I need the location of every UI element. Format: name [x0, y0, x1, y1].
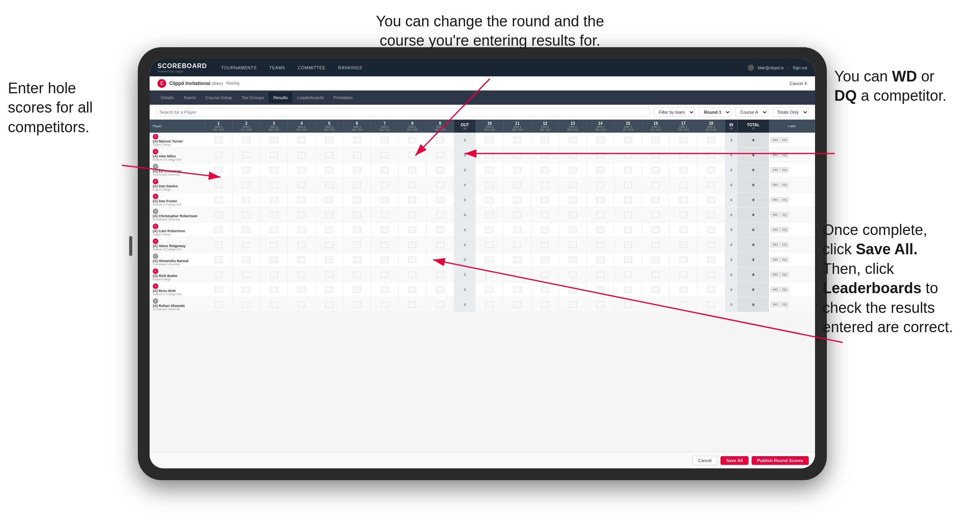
score-cell-h5-p10[interactable] — [315, 282, 343, 297]
score-input[interactable] — [325, 272, 333, 278]
score-cell-h11-p1[interactable] — [504, 148, 531, 163]
score-input[interactable] — [597, 197, 604, 203]
score-cell-h18-p2[interactable] — [697, 163, 725, 178]
score-input[interactable] — [513, 152, 521, 158]
score-input[interactable] — [680, 152, 687, 158]
score-input[interactable] — [408, 287, 416, 293]
score-input[interactable] — [624, 257, 632, 263]
score-input[interactable] — [242, 301, 250, 308]
score-input[interactable] — [408, 242, 416, 248]
score-cell-h1-p0[interactable] — [205, 133, 232, 148]
score-input[interactable] — [707, 197, 715, 203]
score-input[interactable] — [597, 152, 604, 158]
score-input[interactable] — [381, 287, 389, 293]
score-input[interactable] — [298, 137, 306, 143]
score-input[interactable] — [597, 137, 604, 143]
score-cell-h17-p10[interactable] — [670, 282, 697, 297]
score-cell-h15-p7[interactable] — [614, 237, 642, 252]
score-cell-h6-p5[interactable] — [343, 207, 371, 222]
score-cell-h4-p8[interactable] — [288, 252, 315, 267]
wd-button[interactable]: WD — [771, 167, 780, 172]
cancel-footer-button[interactable]: Cancel — [692, 456, 717, 465]
score-cell-h13-p9[interactable] — [559, 267, 586, 282]
score-input[interactable] — [513, 182, 521, 188]
score-cell-h16-p2[interactable] — [642, 163, 669, 178]
score-cell-h13-p7[interactable] — [559, 237, 586, 252]
score-input[interactable] — [436, 152, 444, 158]
wd-button[interactable]: WD — [771, 197, 780, 202]
score-cell-h16-p8[interactable] — [642, 252, 669, 267]
score-cell-h16-p10[interactable] — [642, 282, 669, 297]
score-cell-h7-p1[interactable] — [371, 148, 398, 163]
score-cell-h3-p3[interactable] — [260, 178, 288, 192]
score-cell-h17-p0[interactable] — [670, 133, 697, 148]
score-input[interactable] — [541, 242, 549, 248]
score-cell-h15-p1[interactable] — [614, 148, 642, 163]
course-select[interactable]: Course A — [735, 107, 768, 117]
score-cell-h1-p1[interactable] — [205, 148, 232, 163]
score-cell-h9-p10[interactable] — [426, 282, 454, 297]
score-cell-h14-p7[interactable] — [587, 237, 614, 252]
score-input[interactable] — [381, 167, 389, 173]
score-cell-h11-p4[interactable] — [504, 192, 531, 207]
score-input[interactable] — [325, 197, 333, 203]
wd-button[interactable]: WD — [771, 182, 780, 187]
score-cell-h6-p7[interactable] — [343, 237, 371, 252]
score-input[interactable] — [513, 227, 521, 233]
score-input[interactable] — [381, 182, 389, 188]
score-input[interactable] — [242, 227, 250, 233]
score-cell-h9-p7[interactable] — [426, 237, 454, 252]
score-input[interactable] — [680, 242, 687, 248]
score-cell-h18-p3[interactable] — [697, 178, 725, 192]
score-input[interactable] — [436, 197, 444, 203]
score-cell-h17-p3[interactable] — [670, 178, 697, 192]
score-cell-h16-p6[interactable] — [642, 222, 669, 237]
score-cell-h3-p6[interactable] — [260, 222, 288, 237]
score-input[interactable] — [215, 287, 222, 293]
score-input[interactable] — [485, 182, 493, 188]
score-cell-h17-p7[interactable] — [670, 237, 697, 252]
score-input[interactable] — [215, 137, 222, 143]
score-input[interactable] — [597, 167, 604, 173]
score-cell-h13-p8[interactable] — [559, 252, 586, 267]
score-input[interactable] — [298, 212, 306, 218]
score-cell-h16-p1[interactable] — [642, 148, 669, 163]
score-cell-h2-p6[interactable] — [232, 222, 260, 237]
score-cell-h12-p11[interactable] — [531, 297, 559, 312]
tab-details[interactable]: Details — [156, 92, 179, 103]
score-input[interactable] — [597, 287, 604, 293]
score-cell-h14-p3[interactable] — [587, 178, 614, 192]
round-select[interactable]: Round 1 — [699, 107, 731, 117]
score-cell-h17-p11[interactable] — [670, 297, 697, 312]
score-cell-h10-p9[interactable] — [476, 267, 503, 282]
totals-only-select[interactable]: Totals Only — [772, 107, 809, 117]
score-cell-h17-p1[interactable] — [670, 148, 697, 163]
score-input[interactable] — [680, 257, 687, 263]
score-cell-h2-p11[interactable] — [232, 297, 260, 312]
score-cell-h4-p6[interactable] — [288, 222, 315, 237]
score-cell-h2-p2[interactable] — [232, 163, 260, 178]
dq-button[interactable]: DQ — [780, 272, 789, 277]
score-input[interactable] — [353, 212, 361, 218]
score-input[interactable] — [707, 287, 715, 293]
score-input[interactable] — [381, 257, 389, 263]
tab-tee-groups[interactable]: Tee Groups — [237, 92, 269, 103]
score-cell-h5-p8[interactable] — [315, 252, 343, 267]
score-input[interactable] — [242, 257, 250, 263]
score-cell-h12-p6[interactable] — [531, 222, 559, 237]
score-input[interactable] — [569, 257, 577, 263]
score-cell-h6-p11[interactable] — [343, 297, 371, 312]
score-input[interactable] — [270, 287, 278, 293]
score-cell-h9-p3[interactable] — [426, 178, 454, 192]
score-cell-h7-p4[interactable] — [371, 192, 398, 207]
score-input[interactable] — [541, 137, 549, 143]
score-cell-h4-p9[interactable] — [288, 267, 315, 282]
score-input[interactable] — [436, 182, 444, 188]
score-input[interactable] — [353, 167, 361, 173]
score-cell-h13-p5[interactable] — [559, 207, 586, 222]
score-input[interactable] — [707, 167, 715, 173]
score-cell-h12-p0[interactable] — [531, 133, 559, 148]
score-input[interactable] — [436, 227, 444, 233]
score-cell-h15-p6[interactable] — [614, 222, 642, 237]
score-input[interactable] — [325, 152, 333, 158]
